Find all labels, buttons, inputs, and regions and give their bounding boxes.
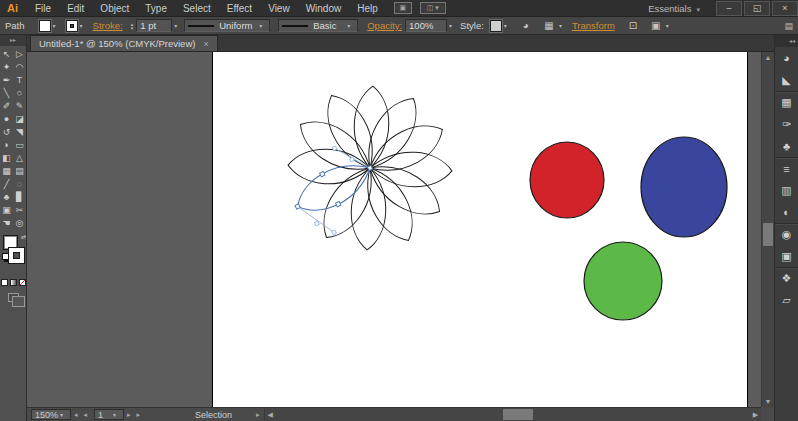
shape-builder-tool-icon[interactable]: ◧	[0, 151, 13, 164]
stroke-swatch[interactable]	[9, 248, 24, 263]
select-similar-objects-icon[interactable]: ▣	[648, 19, 664, 33]
free-transform-tool-icon[interactable]: ▭	[13, 138, 26, 151]
tab-close-icon[interactable]: ×	[203, 39, 208, 49]
chevron-down-icon[interactable]: ▾	[449, 22, 452, 29]
pen-tool-icon[interactable]: ✒	[0, 73, 13, 86]
stroke-weight-stepper[interactable]: ▴▾	[131, 22, 134, 30]
chevron-down-icon[interactable]: ▾	[80, 22, 83, 29]
zoom-level-field[interactable]: 150%▾	[31, 409, 71, 420]
green-circle[interactable]	[584, 242, 662, 320]
menu-view[interactable]: View	[260, 3, 298, 14]
bridge-icon[interactable]: ▣	[394, 2, 412, 14]
color-button[interactable]	[1, 279, 8, 286]
blob-brush-tool-icon[interactable]: ●	[0, 112, 13, 125]
chevron-down-icon[interactable]: ▾	[174, 22, 177, 29]
selection-tool-icon[interactable]: ↖	[0, 47, 13, 60]
last-artboard-icon[interactable]: ▸	[134, 411, 144, 419]
tools-panel-collapse-icon[interactable]: ▸▸	[0, 35, 26, 46]
minimize-button[interactable]: –	[716, 1, 742, 16]
stroke-panel-link[interactable]: Stroke:	[93, 20, 123, 31]
direct-selection-tool-icon[interactable]: ▷	[13, 47, 26, 60]
mesh-tool-icon[interactable]: ▦	[0, 164, 13, 177]
align-icon[interactable]: ▦	[541, 19, 557, 33]
menu-object[interactable]: Object	[92, 3, 137, 14]
control-panel-menu-icon[interactable]: ▤	[784, 21, 793, 31]
opacity-panel-link[interactable]: Opacity:	[367, 20, 402, 31]
menu-window[interactable]: Window	[298, 3, 350, 14]
menu-type[interactable]: Type	[137, 3, 175, 14]
lasso-tool-icon[interactable]: ◠	[13, 60, 26, 73]
panel-transparency-icon[interactable]: ◐	[775, 201, 798, 223]
drawing-mode-icon[interactable]	[8, 293, 19, 302]
graphic-style-swatch[interactable]	[490, 20, 502, 32]
restore-button[interactable]: ◱	[744, 1, 770, 16]
artboard[interactable]	[212, 52, 748, 421]
chevron-down-icon[interactable]: ▾	[53, 22, 56, 29]
panel-color-guide-icon[interactable]: ◣	[775, 69, 798, 91]
line-tool-icon[interactable]: ╲	[0, 86, 13, 99]
expand-panels-icon[interactable]: ◂◂	[775, 35, 798, 47]
scroll-left-icon[interactable]: ◀	[265, 411, 276, 419]
menu-select[interactable]: Select	[175, 3, 219, 14]
panel-artboards-icon[interactable]: ▱	[775, 289, 798, 311]
magic-wand-tool-icon[interactable]: ✦	[0, 60, 13, 73]
fill-color-swatch[interactable]	[39, 20, 51, 32]
panel-symbols-icon[interactable]: ♣	[775, 135, 798, 157]
panel-graphic-styles-icon[interactable]: ▣	[775, 245, 798, 267]
width-tool-icon[interactable]: ◗	[0, 138, 13, 151]
opacity-field[interactable]: 100%	[405, 19, 447, 32]
menu-file[interactable]: File	[27, 3, 59, 14]
gradient-tool-icon[interactable]: ▤	[13, 164, 26, 177]
hand-tool-icon[interactable]: ☚	[0, 216, 13, 229]
status-expand-icon[interactable]: ▸	[256, 411, 260, 419]
column-graph-tool-icon[interactable]: ▊	[13, 190, 26, 203]
blend-tool-icon[interactable]: ◌	[13, 177, 26, 190]
scroll-down-icon[interactable]: ▼	[765, 396, 772, 407]
panel-swatches-icon[interactable]: ▦	[775, 91, 798, 113]
chevron-down-icon[interactable]: ▾	[559, 22, 562, 29]
pencil-tool-icon[interactable]: ✎	[13, 99, 26, 112]
scale-tool-icon[interactable]: ◥	[13, 125, 26, 138]
menu-effect[interactable]: Effect	[219, 3, 260, 14]
slice-tool-icon[interactable]: ✂	[13, 203, 26, 216]
panel-gradient-icon[interactable]: ▥	[775, 179, 798, 201]
chevron-down-icon[interactable]: ▾	[504, 22, 507, 29]
previous-artboard-icon[interactable]: ◂	[81, 411, 91, 419]
menu-edit[interactable]: Edit	[59, 3, 92, 14]
none-button[interactable]	[19, 279, 26, 286]
swap-fill-stroke-icon[interactable]: ⇄	[21, 233, 26, 240]
horizontal-scrollbar[interactable]: ◀ ▶	[264, 408, 761, 421]
panel-color-icon[interactable]: ◕	[775, 47, 798, 69]
workspace-switcher[interactable]: Essentials▾	[648, 3, 700, 14]
blue-ellipse[interactable]	[641, 137, 727, 237]
perspective-grid-tool-icon[interactable]: △	[13, 151, 26, 164]
variable-width-profile-select[interactable]: Uniform▾	[184, 19, 270, 32]
chevron-down-icon[interactable]: ▾	[666, 22, 669, 29]
stroke-weight-field[interactable]: 1 pt	[136, 19, 172, 32]
eraser-tool-icon[interactable]: ◪	[13, 112, 26, 125]
document-tab[interactable]: Untitled-1* @ 150% (CMYK/Preview) ×	[30, 35, 218, 51]
horizontal-scroll-thumb[interactable]	[503, 409, 533, 420]
vertical-scrollbar[interactable]: ▲ ▼	[761, 52, 774, 407]
scroll-up-icon[interactable]: ▲	[765, 52, 772, 63]
menu-help[interactable]: Help	[349, 3, 386, 14]
artboard-number-field[interactable]: 1▾	[94, 409, 124, 420]
zoom-tool-icon[interactable]: ◎	[13, 216, 26, 229]
red-circle[interactable]	[530, 142, 604, 218]
close-button[interactable]: ×	[772, 1, 798, 16]
symbol-sprayer-tool-icon[interactable]: ♣	[0, 190, 13, 203]
stroke-color-swatch[interactable]	[66, 20, 78, 32]
gradient-button[interactable]	[10, 279, 17, 286]
panel-layers-icon[interactable]: ❖	[775, 267, 798, 289]
rotate-tool-icon[interactable]: ↺	[0, 125, 13, 138]
artboard-tool-icon[interactable]: ▣	[0, 203, 13, 216]
scroll-right-icon[interactable]: ▶	[750, 411, 761, 419]
next-artboard-icon[interactable]: ▸	[124, 411, 134, 419]
panel-stroke-icon[interactable]: ≡	[775, 157, 798, 179]
panel-appearance-icon[interactable]: ◉	[775, 223, 798, 245]
eyedropper-tool-icon[interactable]: ╱	[0, 177, 13, 190]
panel-brushes-icon[interactable]: ✑	[775, 113, 798, 135]
type-tool-icon[interactable]: T	[13, 73, 26, 86]
first-artboard-icon[interactable]: ◂	[71, 411, 81, 419]
default-fill-stroke-icon[interactable]	[2, 253, 9, 260]
